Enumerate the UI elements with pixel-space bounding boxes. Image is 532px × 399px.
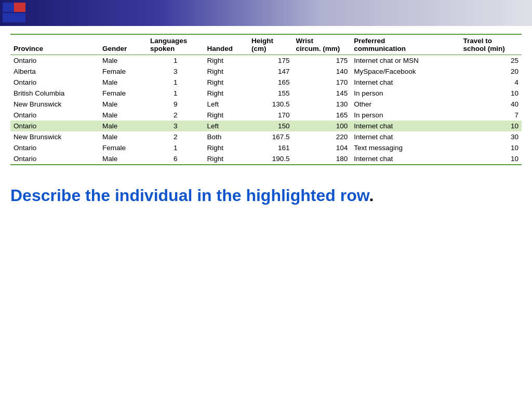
- cell-province: Ontario: [10, 121, 99, 131]
- cell-travel: 40: [460, 99, 522, 110]
- cell-gender: Male: [99, 55, 147, 66]
- cell-handed: Right: [204, 153, 248, 165]
- th-languages: Languagesspoken: [147, 34, 204, 55]
- cell-travel: 10: [460, 153, 522, 165]
- cell-comm: Internet chat: [351, 121, 460, 131]
- question-label: Describe the individual in the highlight…: [10, 186, 369, 205]
- cell-languages: 1: [147, 88, 204, 99]
- cell-handed: Right: [204, 110, 248, 121]
- table-header-row: Province Gender Languagesspoken Handed H…: [10, 34, 522, 55]
- table-row: OntarioMale6Right190.5180Internet chat10: [10, 153, 522, 165]
- cell-wrist: 145: [292, 88, 351, 99]
- cell-height: 175: [248, 55, 292, 66]
- cell-comm: MySpace/Facebook: [351, 66, 460, 77]
- cell-languages: 6: [147, 153, 204, 165]
- table-row: British ColumbiaFemale1Right155145In per…: [10, 88, 522, 99]
- cell-wrist: 175: [292, 55, 351, 66]
- cell-handed: Left: [204, 121, 248, 131]
- cell-languages: 1: [147, 77, 204, 88]
- cell-gender: Female: [99, 66, 147, 77]
- cell-province: Alberta: [10, 66, 99, 77]
- cell-province: Ontario: [10, 110, 99, 121]
- cell-gender: Female: [99, 88, 147, 99]
- cell-comm: Other: [351, 99, 460, 110]
- cell-languages: 1: [147, 142, 204, 153]
- cell-travel: 10: [460, 121, 522, 131]
- cell-wrist: 104: [292, 142, 351, 153]
- cell-languages: 2: [147, 131, 204, 142]
- cell-wrist: 140: [292, 66, 351, 77]
- cell-height: 161: [248, 142, 292, 153]
- square-2: [14, 3, 25, 12]
- table-row: New BrunswickMale9Left130.5130Other40: [10, 99, 522, 110]
- cell-comm: Internet chat: [351, 153, 460, 165]
- cell-comm: Internet chat: [351, 77, 460, 88]
- cell-height: 165: [248, 77, 292, 88]
- cell-travel: 25: [460, 55, 522, 66]
- cell-handed: Both: [204, 131, 248, 142]
- cell-province: Ontario: [10, 142, 99, 153]
- cell-travel: 30: [460, 131, 522, 142]
- table-row: AlbertaFemale3Right147140MySpace/Faceboo…: [10, 66, 522, 77]
- main-content: Province Gender Languagesspoken Handed H…: [10, 34, 522, 205]
- cell-height: 155: [248, 88, 292, 99]
- table-row: New BrunswickMale2Both167.5220Internet c…: [10, 131, 522, 142]
- cell-province: Ontario: [10, 77, 99, 88]
- cell-gender: Male: [99, 110, 147, 121]
- cell-province: Ontario: [10, 55, 99, 66]
- square-1: [3, 3, 14, 12]
- cell-province: New Brunswick: [10, 99, 99, 110]
- cell-height: 130.5: [248, 99, 292, 110]
- square-3: [3, 13, 14, 22]
- cell-travel: 7: [460, 110, 522, 121]
- cell-wrist: 165: [292, 110, 351, 121]
- cell-wrist: 170: [292, 77, 351, 88]
- cell-languages: 2: [147, 110, 204, 121]
- th-wrist: Wristcircum. (mm): [292, 34, 351, 55]
- question-text: Describe the individual in the highlight…: [10, 186, 522, 205]
- th-handed: Handed: [204, 34, 248, 55]
- cell-handed: Right: [204, 142, 248, 153]
- cell-height: 170: [248, 110, 292, 121]
- cell-travel: 4: [460, 77, 522, 88]
- th-province: Province: [10, 34, 99, 55]
- cell-languages: 9: [147, 99, 204, 110]
- cell-languages: 3: [147, 121, 204, 131]
- data-table: Province Gender Languagesspoken Handed H…: [10, 34, 522, 165]
- cell-comm: In person: [351, 88, 460, 99]
- top-bar: [0, 0, 532, 26]
- table-row: OntarioMale1Right175175Internet chat or …: [10, 55, 522, 66]
- th-height: Height(cm): [248, 34, 292, 55]
- cell-height: 167.5: [248, 131, 292, 142]
- decorative-squares: [3, 3, 29, 23]
- cell-handed: Left: [204, 99, 248, 110]
- cell-languages: 3: [147, 66, 204, 77]
- cell-travel: 10: [460, 88, 522, 99]
- cell-comm: Text messaging: [351, 142, 460, 153]
- th-travel: Travel toschool (min): [460, 34, 522, 55]
- cell-height: 147: [248, 66, 292, 77]
- th-gender: Gender: [99, 34, 147, 55]
- cell-gender: Female: [99, 142, 147, 153]
- cell-height: 190.5: [248, 153, 292, 165]
- table-row: OntarioMale3Left150100Internet chat10: [10, 121, 522, 131]
- cell-handed: Right: [204, 88, 248, 99]
- th-comm: Preferredcommunication: [351, 34, 460, 55]
- cell-wrist: 180: [292, 153, 351, 165]
- cell-comm: In person: [351, 110, 460, 121]
- cell-comm: Internet chat: [351, 131, 460, 142]
- cell-handed: Right: [204, 77, 248, 88]
- cell-province: Ontario: [10, 153, 99, 165]
- cell-handed: Right: [204, 55, 248, 66]
- cell-province: New Brunswick: [10, 131, 99, 142]
- question-period: .: [369, 186, 374, 205]
- table-row: OntarioFemale1Right161104Text messaging1…: [10, 142, 522, 153]
- cell-languages: 1: [147, 55, 204, 66]
- cell-travel: 10: [460, 142, 522, 153]
- cell-handed: Right: [204, 66, 248, 77]
- cell-wrist: 220: [292, 131, 351, 142]
- cell-wrist: 130: [292, 99, 351, 110]
- table-row: OntarioMale2Right170165In person7: [10, 110, 522, 121]
- cell-comm: Internet chat or MSN: [351, 55, 460, 66]
- cell-gender: Male: [99, 153, 147, 165]
